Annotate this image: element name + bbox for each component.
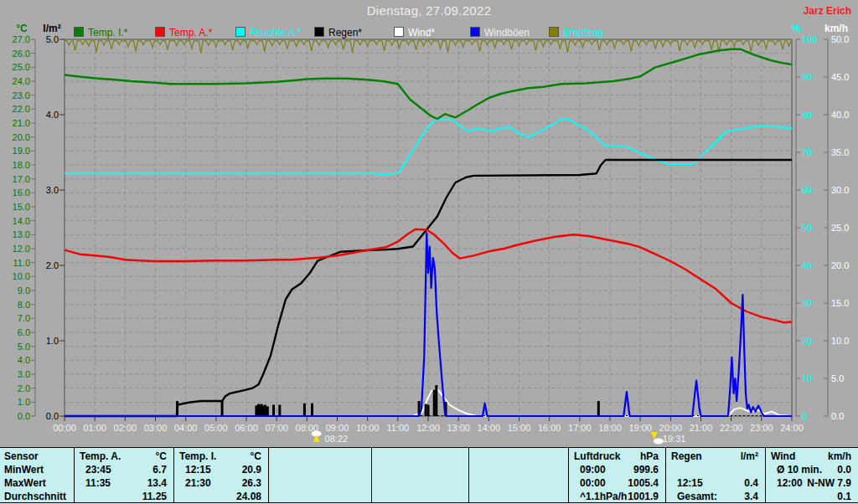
rain-bar — [425, 404, 427, 416]
svg-text:18.0: 18.0 — [13, 160, 30, 170]
svg-text:11.0: 11.0 — [13, 258, 30, 268]
hour-label: 14:00 — [478, 423, 501, 433]
rain-bar — [597, 401, 600, 416]
hour-label: 24:00 — [780, 423, 804, 433]
svg-text:100: 100 — [802, 34, 817, 44]
svg-text:15.0: 15.0 — [831, 298, 849, 308]
svg-text:12.0: 12.0 — [13, 244, 30, 254]
svg-text:30: 30 — [802, 298, 812, 308]
svg-text:45.0: 45.0 — [831, 72, 849, 82]
table-col-unit: km/h — [771, 450, 851, 463]
svg-text:2.0: 2.0 — [18, 383, 30, 393]
svg-text:40.0: 40.0 — [831, 110, 849, 120]
table-row-label: Durchschnitt — [4, 491, 66, 503]
svg-text:16.0: 16.0 — [13, 188, 30, 198]
svg-text:60: 60 — [802, 185, 812, 195]
svg-text:2.0: 2.0 — [46, 260, 59, 270]
svg-text:20: 20 — [802, 336, 812, 346]
svg-text:17.0: 17.0 — [13, 174, 30, 184]
hour-label: 03:00 — [144, 423, 168, 433]
hour-label: 21:00 — [690, 423, 713, 433]
table-cell-value: 1001.9 — [574, 491, 659, 503]
rain-bar — [255, 405, 257, 416]
svg-text:1.0: 1.0 — [18, 397, 30, 407]
rain-bar — [176, 401, 178, 416]
svg-text:27.0: 27.0 — [13, 34, 30, 44]
table-cell-value: 6.7 — [80, 464, 167, 476]
rain-bar — [221, 401, 224, 416]
svg-text:5.0: 5.0 — [46, 34, 59, 44]
svg-text:20.0: 20.0 — [13, 132, 30, 142]
rain-bar — [433, 390, 436, 417]
rain-bar — [435, 385, 437, 416]
svg-text:6.0: 6.0 — [18, 327, 30, 337]
hour-label: 10:00 — [356, 423, 380, 433]
svg-text:23.0: 23.0 — [13, 90, 30, 100]
svg-text:8.0: 8.0 — [18, 300, 30, 310]
hour-label: 01:00 — [83, 423, 106, 433]
svg-text:0: 0 — [802, 411, 807, 421]
stats-table: SensorMinWertMaxWertDurchschnittTemp. A.… — [0, 447, 858, 504]
table-cell-value: 26.3 — [179, 477, 261, 490]
svg-text:80: 80 — [802, 110, 812, 120]
hour-label: 22:00 — [720, 423, 743, 433]
table-col-unit: l/m² — [671, 450, 758, 463]
sunrise-icon — [312, 431, 322, 442]
table-cell-value: 0.4 — [671, 477, 758, 490]
table-cell-value: 1005.4 — [574, 477, 659, 490]
svg-text:5.0: 5.0 — [831, 373, 844, 383]
svg-text:1.0: 1.0 — [46, 336, 59, 346]
svg-text:0.0: 0.0 — [18, 411, 30, 421]
table-col-unit: hPa — [574, 450, 659, 463]
table-divider — [74, 448, 75, 503]
svg-text:0.0: 0.0 — [831, 411, 844, 421]
weather-chart: 0.01.02.03.04.05.06.07.08.09.010.011.012… — [0, 0, 858, 447]
rain-bar — [272, 405, 275, 417]
svg-text:25.0: 25.0 — [831, 223, 849, 233]
table-divider — [268, 448, 269, 503]
hour-label: 09:00 — [326, 423, 349, 433]
hour-label: 11:00 — [386, 423, 409, 433]
table-divider — [371, 448, 372, 503]
sun-time-label: 08:22 — [325, 434, 349, 444]
table-divider — [173, 448, 174, 503]
table-divider — [568, 448, 569, 503]
table-cell-value: 3.4 — [671, 491, 758, 503]
svg-text:30.0: 30.0 — [831, 185, 849, 195]
hour-label: 04:00 — [174, 423, 198, 433]
svg-text:4.0: 4.0 — [18, 355, 30, 365]
svg-text:22.0: 22.0 — [13, 104, 30, 114]
hour-label: 23:00 — [750, 423, 773, 433]
svg-text:50: 50 — [802, 223, 812, 233]
svg-text:5.0: 5.0 — [18, 342, 30, 352]
sunset-icon — [651, 432, 664, 444]
table-col-unit: °C — [179, 450, 261, 463]
table-row-label: MinWert — [4, 464, 44, 476]
svg-text:50.0: 50.0 — [831, 34, 849, 44]
svg-text:3.0: 3.0 — [46, 185, 59, 195]
rain-bar — [303, 404, 306, 416]
table-cell-value: 20.9 — [179, 464, 261, 476]
hour-label: 13:00 — [447, 423, 470, 433]
svg-text:7.0: 7.0 — [18, 313, 30, 323]
sun-time-label: 19:31 — [663, 434, 686, 444]
hour-label: 00:00 — [53, 423, 76, 433]
svg-text:13.0: 13.0 — [13, 229, 30, 239]
svg-text:9.0: 9.0 — [18, 285, 30, 296]
hour-label: 20:00 — [659, 423, 683, 433]
svg-text:19.0: 19.0 — [13, 146, 30, 156]
svg-text:10.0: 10.0 — [13, 271, 30, 281]
svg-text:4.0: 4.0 — [46, 110, 59, 120]
weather-app-window: Dienstag, 27.09.2022 Jarz Erich °C l/m² … — [0, 0, 858, 504]
hour-label: 02:00 — [114, 423, 137, 433]
svg-text:20.0: 20.0 — [831, 260, 849, 270]
svg-text:0.0: 0.0 — [46, 411, 59, 421]
table-cell-value: 0.1 — [771, 491, 851, 503]
hour-label: 15:00 — [508, 423, 531, 433]
table-row-label: MaxWert — [4, 477, 46, 490]
hour-label: 16:00 — [538, 423, 561, 433]
svg-text:14.0: 14.0 — [13, 216, 30, 226]
hour-label: 07:00 — [265, 423, 288, 433]
hour-label: 05:00 — [204, 423, 228, 433]
rain-bar — [311, 404, 313, 416]
